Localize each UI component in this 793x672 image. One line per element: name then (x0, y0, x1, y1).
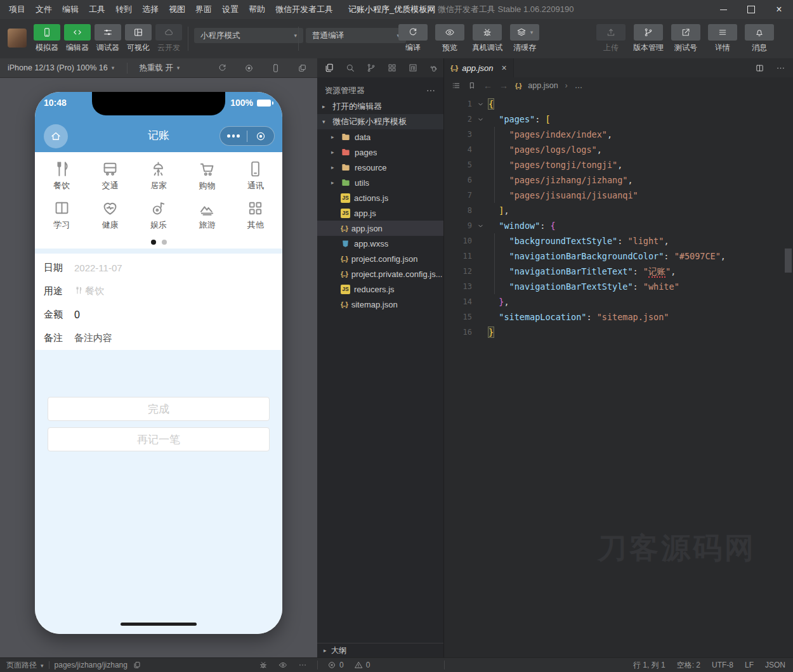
device-select[interactable]: iPhone 12/13 (Pro) 100% 16▾ (0, 63, 114, 72)
menu-item-10[interactable]: 微信开发者工具 (270, 0, 338, 19)
menu-item-5[interactable]: 选择 (137, 0, 164, 19)
git-branch-icon[interactable] (366, 63, 376, 73)
menu-item-7[interactable]: 界面 (190, 0, 217, 19)
menu-item-2[interactable]: 编辑 (57, 0, 84, 19)
menu-item-1[interactable]: 文件 (30, 0, 57, 19)
windows-icon[interactable] (298, 63, 307, 73)
tree-item[interactable]: {..}app.json (317, 221, 443, 236)
project-root-section[interactable]: ▾ 微信记账小程序模板 (317, 114, 443, 129)
fold-chevron-icon[interactable] (472, 96, 488, 112)
more-actions-icon[interactable] (776, 63, 785, 73)
mode-select[interactable]: 小程序模式▾ (194, 28, 303, 43)
more-actions-icon[interactable] (298, 661, 307, 669)
status-item-2[interactable]: UTF-8 (712, 661, 733, 669)
tree-item[interactable]: {..}project.private.config.js... (317, 266, 443, 281)
form-row[interactable]: 日期2022-11-07 (44, 256, 282, 280)
tree-item[interactable]: ▸utils (317, 175, 443, 190)
code-line-2[interactable]: 2 "pages": [ (444, 112, 793, 127)
category-grid[interactable]: 其他 (232, 199, 280, 231)
menu-item-0[interactable]: 项目 (4, 0, 30, 19)
toggle-code[interactable]: 编辑器 (62, 24, 93, 53)
breadcrumb-more[interactable]: … (575, 81, 583, 90)
code-line-6[interactable]: 6 "pages/jizhang/jizhang", (444, 172, 793, 188)
tree-item[interactable]: app.wxss (317, 236, 443, 251)
breadcrumb-file[interactable]: app.json (528, 81, 558, 90)
split-editor-icon[interactable] (755, 63, 764, 73)
status-item-3[interactable]: LF (745, 661, 754, 669)
maximize-button[interactable] (737, 0, 765, 19)
search-icon[interactable] (345, 63, 355, 73)
action-upload[interactable]: 上传 (596, 24, 626, 53)
outline-section[interactable]: ▸ 大纲 (317, 643, 443, 657)
toggle-cloud[interactable]: 云开发 (154, 24, 184, 53)
tree-item[interactable]: ▸pages (317, 145, 443, 160)
action-bug[interactable]: 真机调试 (472, 24, 502, 53)
code-line-3[interactable]: 3 "pages/index/index", (444, 127, 793, 142)
problems-counts[interactable]: 0 0 (327, 658, 370, 672)
phone-button-1[interactable]: 再记一笔 (48, 427, 270, 451)
form-row[interactable]: 用途餐饮 (44, 280, 282, 303)
action-layers[interactable]: ▾清缓存 (510, 24, 539, 53)
code-line-9[interactable]: 9 "window": { (444, 218, 793, 233)
forward-icon[interactable]: → (499, 81, 508, 91)
code-line-15[interactable]: 15 "sitemapLocation": "sitemap.json" (444, 309, 793, 325)
action-menu-lines[interactable]: 详情 (708, 24, 737, 53)
blocks-icon[interactable] (387, 63, 397, 73)
fold-chevron-icon[interactable] (472, 218, 488, 233)
user-avatar[interactable] (8, 29, 27, 48)
action-git-branch[interactable]: 版本管理 (633, 24, 664, 53)
page-dot[interactable] (162, 240, 167, 245)
code-line-7[interactable]: 7 "pages/jisuanqi/jisuanqi" (444, 188, 793, 203)
status-item-1[interactable]: 空格: 2 (677, 660, 700, 671)
tree-item[interactable]: ▸resource (317, 160, 443, 175)
toggle-simulator-phone[interactable]: 模拟器 (32, 24, 62, 53)
code-line-4[interactable]: 4 "pages/logs/logs", (444, 142, 793, 157)
package-icon[interactable] (408, 63, 418, 73)
action-external-link[interactable]: 测试号 (671, 24, 700, 53)
page-path-value[interactable]: pages/jizhang/jizhang (55, 661, 128, 669)
tree-item[interactable]: JSactions.js (317, 190, 443, 205)
hot-reload-toggle[interactable]: 热重载 开▾ (127, 63, 180, 74)
menu-item-3[interactable]: 工具 (84, 0, 110, 19)
open-editors-section[interactable]: ▸ 打开的编辑器 (317, 99, 443, 114)
record-icon[interactable] (244, 63, 254, 73)
action-eye[interactable]: 预览 (435, 24, 464, 53)
tree-item[interactable]: JSreducers.js (317, 281, 443, 297)
code-line-1[interactable]: 1{ (444, 96, 793, 112)
more-actions-icon[interactable] (426, 86, 436, 96)
code-line-14[interactable]: 14 }, (444, 294, 793, 309)
fold-chevron-icon[interactable] (472, 112, 488, 127)
toggle-sliders[interactable]: 调试器 (93, 24, 123, 53)
code-line-10[interactable]: 10 "backgroundTextStyle": "light", (444, 233, 793, 249)
category-bus[interactable]: 交通 (86, 160, 134, 191)
compile-mode-select[interactable]: 普通编译▾ (306, 28, 406, 43)
tree-item[interactable]: ▸data (317, 129, 443, 145)
category-cart[interactable]: 购物 (183, 160, 231, 191)
tab-app-json[interactable]: {..} app.json × (444, 58, 514, 77)
code-line-16[interactable]: 16} (444, 325, 793, 340)
phone-button-0[interactable]: 完成 (48, 397, 270, 421)
tree-item[interactable]: {..}sitemap.json (317, 297, 443, 312)
bookmark-icon[interactable] (468, 81, 476, 90)
category-lamp[interactable]: 居家 (134, 160, 183, 191)
form-row[interactable]: 备注备注内容 (44, 326, 282, 350)
category-book[interactable]: 学习 (37, 199, 86, 231)
menu-item-8[interactable]: 设置 (217, 0, 244, 19)
menu-item-6[interactable]: 视图 (164, 0, 190, 19)
bug-icon[interactable] (259, 661, 268, 669)
minimize-button[interactable] (709, 0, 737, 19)
phone-outline-icon[interactable] (271, 63, 280, 73)
category-travel[interactable]: 旅游 (183, 199, 231, 231)
code-line-12[interactable]: 12 "navigationBarTitleText": "记账", (444, 264, 793, 279)
code-line-13[interactable]: 13 "navigationBarTextStyle": "white" (444, 279, 793, 294)
eye-icon[interactable] (279, 661, 287, 669)
code-line-11[interactable]: 11 "navigationBarBackgroundColor": "#509… (444, 249, 793, 264)
code-editor[interactable]: 1{2 "pages": [3 "pages/index/index",4 "p… (444, 94, 793, 340)
page-dot-active[interactable] (151, 240, 156, 245)
exit-button[interactable] (247, 131, 274, 142)
action-bell[interactable]: 消息 (745, 24, 774, 53)
kettle-icon[interactable] (429, 63, 439, 73)
menu-item-4[interactable]: 转到 (110, 0, 137, 19)
close-tab-icon[interactable]: × (502, 63, 507, 73)
copy-icon[interactable] (133, 661, 141, 669)
